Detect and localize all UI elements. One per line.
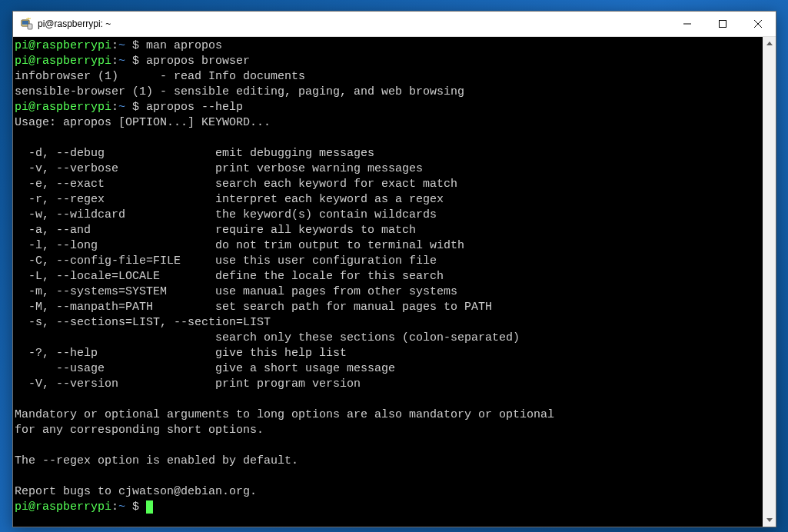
scrollbar[interactable] (763, 37, 776, 527)
svg-rect-6 (720, 21, 726, 28)
output-line: -V, --version print program version (15, 377, 361, 391)
output-line: -v, --verbose print verbose warning mess… (15, 162, 423, 175)
scroll-up-icon[interactable] (763, 37, 776, 50)
window-controls (670, 12, 776, 36)
command-text: man apropos (146, 39, 222, 52)
cursor (146, 500, 153, 514)
svg-marker-10 (766, 518, 773, 522)
terminal[interactable]: pi@raspberrypi:~ $ man apropos pi@raspbe… (13, 37, 763, 527)
prompt-path: ~ (118, 39, 125, 52)
window: pi@raspberrypi: ~ pi@raspberrypi:~ $ man… (12, 11, 776, 527)
svg-marker-9 (766, 42, 773, 45)
output-line: -m, --systems=SYSTEM use manual pages fr… (15, 285, 457, 298)
output-line: -w, --wildcard the keyword(s) contain wi… (15, 208, 437, 221)
output-line: sensible-browser (1) - sensible editing,… (15, 85, 464, 98)
output-line: -a, --and require all keywords to match (15, 224, 416, 237)
window-title: pi@raspberrypi: ~ (38, 18, 670, 29)
titlebar[interactable]: pi@raspberrypi: ~ (13, 12, 776, 37)
command-text: apropos --help (146, 101, 243, 114)
output-line: -M, --manpath=PATH set search path for m… (15, 301, 492, 314)
output-line: Mandatory or optional arguments to long … (15, 408, 554, 421)
minimize-button[interactable] (670, 12, 705, 36)
prompt-user: pi@raspberrypi (15, 39, 111, 52)
command-text: apropos browser (146, 55, 250, 68)
output-line: infobrowser (1) - read Info documents (15, 70, 305, 83)
scrollbar-track[interactable] (763, 50, 776, 514)
output-line: Report bugs to cjwatson@debian.org. (15, 485, 257, 498)
output-line: -s, --sections=LIST, --section=LIST (15, 316, 271, 329)
output-line: search only these sections (colon-separa… (15, 331, 520, 344)
output-line: -C, --config-file=FILE use this user con… (15, 254, 437, 268)
output-line: Usage: apropos [OPTION...] KEYWORD... (15, 116, 271, 129)
output-line: -r, --regex interpret each keyword as a … (15, 193, 444, 206)
maximize-button[interactable] (705, 12, 740, 36)
output-line: The --regex option is enabled by default… (15, 454, 298, 467)
output-line: -?, --help give this help list (15, 347, 347, 360)
close-button[interactable] (740, 12, 776, 36)
terminal-wrap: pi@raspberrypi:~ $ man apropos pi@raspbe… (13, 37, 776, 527)
output-line: -L, --locale=LOCALE define the locale fo… (15, 270, 444, 283)
scroll-down-icon[interactable] (763, 514, 776, 527)
output-line: for any corresponding short options. (15, 424, 264, 437)
output-line: -e, --exact search each keyword for exac… (15, 178, 457, 191)
output-line: -l, --long do not trim output to termina… (15, 239, 464, 252)
output-line: -d, --debug emit debugging messages (15, 147, 374, 160)
putty-icon (21, 18, 33, 30)
svg-rect-2 (28, 24, 32, 29)
output-line: --usage give a short usage message (15, 362, 395, 375)
